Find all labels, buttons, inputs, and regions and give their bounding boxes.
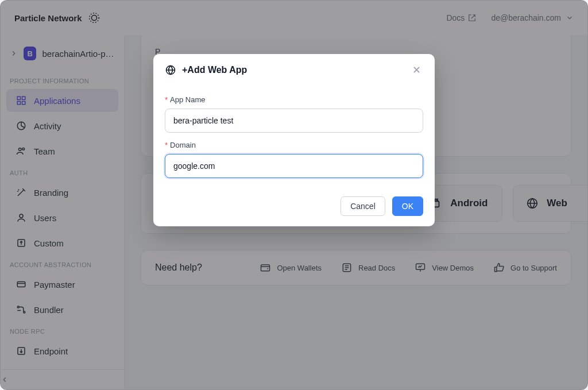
modal-title: +Add Web App bbox=[182, 65, 247, 75]
app-name-input[interactable] bbox=[165, 109, 423, 133]
add-web-app-modal: +Add Web App ✕ *App Name *Domain Cancel … bbox=[153, 54, 435, 226]
close-icon: ✕ bbox=[412, 64, 421, 76]
close-button[interactable]: ✕ bbox=[409, 63, 423, 77]
app-name-label: *App Name bbox=[165, 95, 423, 104]
ok-button[interactable]: OK bbox=[392, 196, 423, 216]
domain-label: *Domain bbox=[165, 141, 423, 149]
globe-icon bbox=[165, 64, 176, 76]
domain-input[interactable] bbox=[165, 154, 423, 178]
modal-overlay: +Add Web App ✕ *App Name *Domain Cancel … bbox=[0, 0, 588, 390]
cancel-button[interactable]: Cancel bbox=[341, 196, 385, 216]
